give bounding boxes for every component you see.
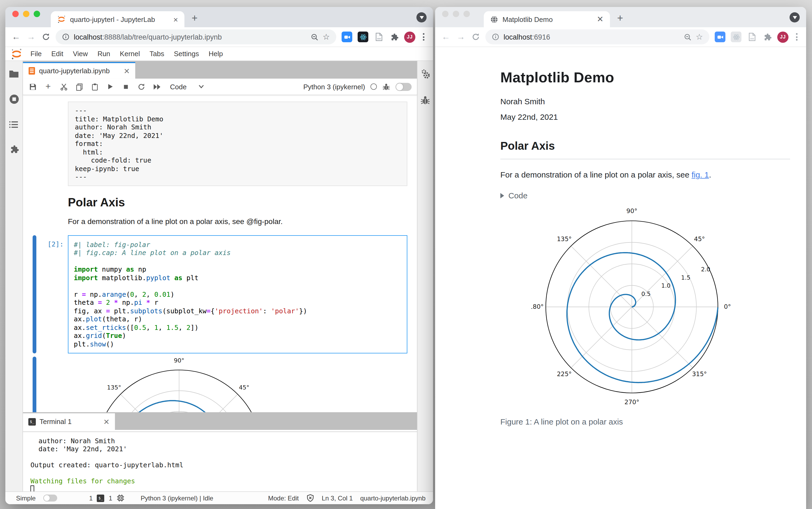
browser-tab[interactable]: Matplotlib Demo ✕ — [484, 11, 610, 27]
new-tab-button[interactable]: + — [188, 11, 202, 25]
toolbar-toggle[interactable] — [396, 82, 412, 91]
code-cell-editor[interactable]: #| label: fig-polar#| fig.cap: A line pl… — [68, 235, 407, 353]
cursor-position[interactable]: Ln 3, Col 1 — [322, 494, 353, 502]
simple-mode-toggle[interactable] — [43, 495, 57, 502]
cell-collapser[interactable] — [33, 235, 36, 353]
document-extension-icon[interactable] — [747, 32, 757, 42]
notebook-content[interactable]: ---title: Matplotlib Demoauthor: Norah S… — [23, 95, 417, 412]
code-fold-toggle[interactable]: Code — [500, 191, 790, 200]
figure-link[interactable]: fig. 1 — [692, 170, 709, 179]
zoom-extension-icon[interactable] — [342, 32, 352, 42]
zoom-window-button[interactable] — [463, 10, 470, 17]
tab-close-icon[interactable]: ✕ — [597, 14, 603, 24]
address-bar[interactable]: localhost:8888/lab/tree/quarto-jupyterla… — [56, 29, 336, 44]
url-text[interactable]: localhost:6916 — [503, 33, 679, 41]
react-devtools-extension-icon[interactable] — [358, 32, 368, 42]
menu-item-file[interactable]: File — [26, 50, 46, 58]
browser-tab[interactable]: quarto-jupyterl - JupyterLab × — [51, 11, 184, 27]
forward-button[interactable]: → — [26, 32, 36, 42]
paste-cells-button[interactable] — [90, 82, 99, 91]
reload-button[interactable] — [470, 33, 481, 41]
site-info-icon[interactable] — [62, 33, 70, 41]
menu-item-settings[interactable]: Settings — [169, 50, 204, 58]
restart-run-all-button[interactable] — [152, 82, 161, 91]
minimize-window-button[interactable] — [23, 10, 29, 17]
raw-line: --- — [75, 173, 400, 181]
document-extension-icon[interactable] — [374, 32, 384, 42]
menu-item-run[interactable]: Run — [93, 50, 115, 58]
raw-cell[interactable]: ---title: Matplotlib Demoauthor: Norah S… — [23, 102, 417, 186]
svg-text:0°: 0° — [724, 303, 731, 310]
window-controls[interactable] — [12, 7, 40, 27]
jlab-statusbar: Simple 1 $_ 1 Python 3 (ipykernel) | Idl… — [5, 491, 433, 504]
save-button[interactable] — [28, 82, 37, 91]
extensions-puzzle-icon[interactable] — [390, 32, 399, 41]
window-controls[interactable] — [442, 7, 470, 27]
url-text[interactable]: localhost:8888/lab/tree/quarto-jupyterla… — [74, 33, 306, 41]
bookmark-star-icon[interactable]: ☆ — [323, 32, 330, 42]
kernel-status-text[interactable]: Python 3 (ipykernel) | Idle — [141, 494, 213, 502]
address-bar[interactable]: localhost:6916 ☆ — [485, 29, 709, 44]
browser-menu-icon[interactable] — [421, 33, 427, 41]
table-of-contents-icon[interactable] — [8, 119, 19, 130]
raw-cell-editor[interactable]: ---title: Matplotlib Demoauthor: Norah S… — [68, 102, 407, 186]
menu-item-kernel[interactable]: Kernel — [115, 50, 145, 58]
reload-button[interactable] — [41, 33, 51, 41]
bookmark-star-icon[interactable]: ☆ — [696, 32, 703, 42]
menu-item-help[interactable]: Help — [204, 50, 228, 58]
notebook-tab[interactable]: quarto-jupyterlab.ipynb ✕ — [23, 62, 135, 78]
close-window-button[interactable] — [12, 10, 19, 17]
new-tab-button[interactable]: + — [613, 11, 627, 25]
property-inspector-gears-icon[interactable] — [419, 68, 431, 80]
minimize-window-button[interactable] — [453, 10, 459, 17]
add-cell-button[interactable]: + — [44, 82, 52, 91]
svg-text:45°: 45° — [694, 236, 705, 242]
run-cell-button[interactable] — [106, 82, 114, 91]
running-kernels-icon[interactable] — [8, 94, 20, 105]
code-fold-label: Code — [508, 191, 528, 200]
notebook-mode-indicator: Mode: Edit — [268, 494, 299, 502]
raw-line: date: 'May 22nd, 2021' — [75, 131, 400, 140]
debugger-bug-icon[interactable] — [382, 82, 390, 91]
browser-menu-icon[interactable] — [794, 33, 800, 41]
terminal-output[interactable]: author: Norah Smith date: 'May 22nd, 202… — [23, 430, 417, 491]
kernel-name-button[interactable]: Python 3 (ipykernel) — [303, 82, 365, 91]
forward-button[interactable]: → — [455, 32, 466, 42]
zoom-extension-icon[interactable] — [715, 32, 726, 42]
profile-avatar[interactable]: JJ — [777, 31, 788, 42]
close-window-button[interactable] — [442, 10, 449, 17]
notebook-tab-close-icon[interactable]: ✕ — [124, 67, 130, 75]
debugger-sidebar-bug-icon[interactable] — [420, 95, 430, 105]
extension-manager-icon[interactable] — [9, 144, 19, 155]
tab-overflow-menu-button[interactable] — [416, 12, 427, 23]
site-info-icon[interactable] — [492, 33, 499, 41]
interrupt-kernel-button[interactable] — [121, 82, 130, 91]
file-browser-icon[interactable] — [8, 68, 19, 79]
react-devtools-extension-icon[interactable] — [731, 32, 741, 42]
zoom-window-button[interactable] — [34, 10, 40, 17]
document-author: Norah Smith — [500, 97, 790, 106]
zoom-out-page-icon[interactable] — [310, 33, 318, 41]
copy-cells-button[interactable] — [75, 82, 83, 91]
menu-item-tabs[interactable]: Tabs — [145, 50, 169, 58]
code-cell[interactable]: [2]: #| label: fig-polar#| fig.cap: A li… — [23, 235, 417, 353]
back-button[interactable]: ← — [11, 32, 22, 42]
zoom-out-page-icon[interactable] — [683, 33, 692, 41]
output-collapser[interactable] — [33, 357, 36, 412]
extension-icons: JJ — [714, 31, 801, 42]
tab-overflow-menu-button[interactable] — [789, 12, 800, 23]
browser-tab-title: quarto-jupyterl - JupyterLab — [70, 15, 164, 23]
menu-item-view[interactable]: View — [68, 50, 93, 58]
cut-cells-button[interactable] — [59, 82, 68, 91]
terminal-tab-close-icon[interactable]: ✕ — [103, 417, 110, 426]
tab-close-icon[interactable]: × — [173, 15, 178, 24]
markdown-cell[interactable]: Polar Axis For a demonstration of a line… — [23, 195, 417, 225]
menu-item-edit[interactable]: Edit — [46, 50, 68, 58]
cell-type-dropdown[interactable]: Code — [170, 82, 204, 91]
extensions-puzzle-icon[interactable] — [763, 32, 772, 41]
restart-kernel-button[interactable] — [137, 82, 145, 91]
back-button[interactable]: ← — [440, 32, 451, 42]
terminal-tab[interactable]: $_ Terminal 1 ✕ — [23, 413, 115, 430]
profile-avatar[interactable]: JJ — [404, 31, 415, 42]
browser-tabstrip: Matplotlib Demo ✕ + — [435, 7, 806, 27]
